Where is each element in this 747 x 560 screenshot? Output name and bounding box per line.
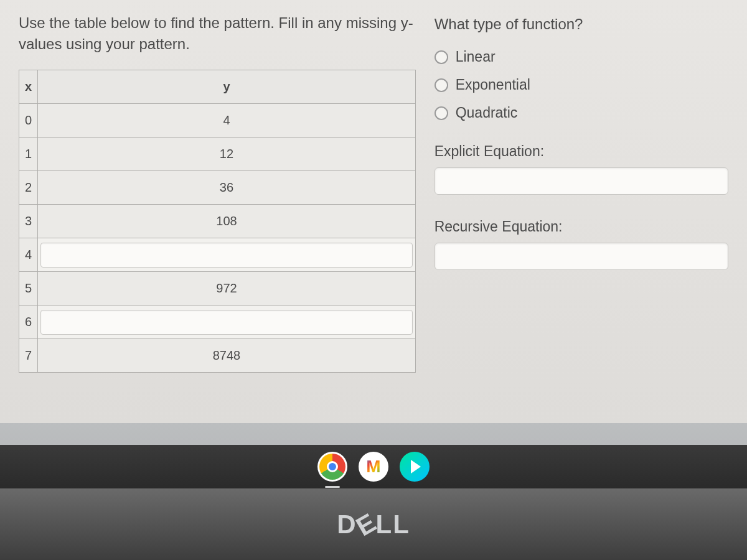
radio-label: Exponential (456, 77, 530, 93)
radio-option-linear[interactable]: Linear (435, 49, 728, 65)
table-row: 5 972 (19, 272, 416, 306)
dell-logo: DELL (337, 510, 410, 539)
question-title: What type of function? (435, 16, 728, 33)
explicit-equation-input[interactable] (435, 167, 728, 195)
recursive-equation-input[interactable] (435, 243, 728, 270)
radio-option-quadratic[interactable]: Quadratic (435, 105, 728, 121)
cell-x: 7 (19, 339, 38, 373)
chrome-ring-icon (319, 454, 345, 480)
cell-x: 3 (19, 205, 38, 238)
cell-x: 6 (19, 306, 38, 339)
cell-y-input-wrap (38, 238, 415, 272)
cell-y: 12 (38, 138, 415, 171)
cell-y-input-wrap (38, 306, 415, 339)
chrome-center-icon (327, 461, 338, 472)
xy-table: x y 0 4 1 12 2 36 3 108 (19, 70, 416, 373)
table-header-row: x y (19, 70, 416, 104)
table-row: 1 12 (19, 138, 416, 171)
right-column: What type of function? Linear Exponentia… (435, 12, 728, 404)
cell-y: 108 (38, 205, 415, 238)
radio-circle-icon (435, 50, 448, 64)
header-x: x (19, 70, 38, 104)
cell-y: 972 (38, 272, 415, 306)
cell-x: 4 (19, 238, 38, 272)
cell-y: 8748 (38, 339, 415, 373)
gmail-icon[interactable]: M (359, 452, 388, 482)
radio-label: Linear (456, 49, 496, 65)
active-indicator-icon (325, 486, 340, 488)
cell-x: 0 (19, 104, 38, 138)
header-y: y (38, 70, 415, 104)
table-row: 7 8748 (19, 339, 416, 373)
function-type-radio-group: Linear Exponential Quadratic (435, 49, 728, 121)
laptop-bezel: DELL (0, 488, 747, 560)
cell-x: 5 (19, 272, 38, 306)
worksheet-content: Use the table below to find the pattern.… (0, 0, 747, 423)
table-row: 2 36 (19, 171, 416, 205)
instructions-text: Use the table below to find the pattern.… (19, 12, 416, 54)
table-row: 3 108 (19, 205, 416, 238)
y-input-row4[interactable] (40, 243, 412, 268)
radio-label: Quadratic (456, 105, 518, 121)
radio-circle-icon (435, 106, 448, 120)
table-row: 4 (19, 238, 416, 272)
chrome-icon[interactable] (317, 452, 347, 482)
cell-y: 4 (38, 104, 415, 138)
cell-y: 36 (38, 171, 415, 205)
cell-x: 1 (19, 138, 38, 171)
table-row: 6 (19, 306, 416, 339)
y-input-row6[interactable] (40, 310, 412, 335)
play-store-icon[interactable] (400, 452, 430, 482)
play-triangle-icon (411, 460, 421, 474)
radio-circle-icon (435, 78, 448, 92)
gmail-m-icon: M (366, 457, 380, 477)
taskbar: M (0, 445, 747, 488)
recursive-equation-label: Recursive Equation: (435, 218, 728, 235)
explicit-equation-label: Explicit Equation: (435, 143, 728, 160)
radio-option-exponential[interactable]: Exponential (435, 77, 728, 93)
cell-x: 2 (19, 171, 38, 205)
left-column: Use the table below to find the pattern.… (19, 12, 416, 404)
table-row: 0 4 (19, 104, 416, 138)
